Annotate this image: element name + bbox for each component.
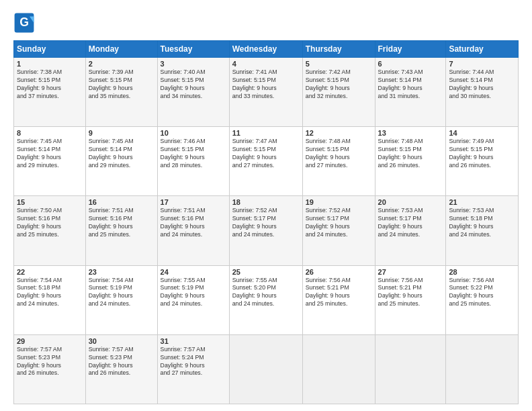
- col-thursday: Thursday: [302, 41, 375, 58]
- day-number: 27: [378, 268, 443, 276]
- table-row: 20Sunrise: 7:53 AMSunset: 5:17 PMDayligh…: [375, 196, 446, 265]
- day-number: 28: [449, 268, 515, 276]
- table-row: 5Sunrise: 7:42 AMSunset: 5:15 PMDaylight…: [302, 58, 375, 127]
- day-number: 7: [449, 60, 515, 68]
- table-row: [446, 334, 519, 404]
- table-row: 17Sunrise: 7:51 AMSunset: 5:16 PMDayligh…: [157, 196, 229, 265]
- day-info: Sunrise: 7:45 AMSunset: 5:14 PMDaylight:…: [89, 138, 154, 170]
- table-row: 13Sunrise: 7:48 AMSunset: 5:15 PMDayligh…: [375, 127, 446, 196]
- day-number: 30: [89, 337, 154, 345]
- calendar-week-row: 8Sunrise: 7:45 AMSunset: 5:14 PMDaylight…: [14, 127, 519, 196]
- day-info: Sunrise: 7:48 AMSunset: 5:15 PMDaylight:…: [378, 138, 443, 170]
- day-info: Sunrise: 7:52 AMSunset: 5:17 PMDaylight:…: [306, 207, 372, 239]
- day-number: 14: [449, 129, 515, 137]
- table-row: 29Sunrise: 7:57 AMSunset: 5:23 PMDayligh…: [14, 334, 86, 404]
- table-row: [375, 334, 446, 404]
- table-row: 22Sunrise: 7:54 AMSunset: 5:18 PMDayligh…: [14, 265, 86, 334]
- logo-icon: G: [13, 12, 35, 34]
- table-row: 27Sunrise: 7:56 AMSunset: 5:21 PMDayligh…: [375, 265, 446, 334]
- day-info: Sunrise: 7:54 AMSunset: 5:19 PMDaylight:…: [89, 277, 154, 309]
- col-tuesday: Tuesday: [157, 41, 229, 58]
- table-row: [229, 334, 302, 404]
- table-row: 23Sunrise: 7:54 AMSunset: 5:19 PMDayligh…: [85, 265, 157, 334]
- day-info: Sunrise: 7:46 AMSunset: 5:15 PMDaylight:…: [161, 138, 226, 170]
- day-number: 15: [17, 198, 83, 206]
- table-row: 31Sunrise: 7:57 AMSunset: 5:24 PMDayligh…: [157, 334, 229, 404]
- day-number: 17: [161, 198, 226, 206]
- table-row: 21Sunrise: 7:53 AMSunset: 5:18 PMDayligh…: [446, 196, 519, 265]
- day-info: Sunrise: 7:43 AMSunset: 5:14 PMDaylight:…: [378, 68, 443, 101]
- table-row: 24Sunrise: 7:55 AMSunset: 5:19 PMDayligh…: [157, 265, 229, 334]
- table-row: 30Sunrise: 7:57 AMSunset: 5:23 PMDayligh…: [85, 334, 157, 404]
- day-number: 2: [89, 60, 154, 68]
- day-info: Sunrise: 7:42 AMSunset: 5:15 PMDaylight:…: [306, 68, 372, 101]
- table-row: 25Sunrise: 7:55 AMSunset: 5:20 PMDayligh…: [229, 265, 302, 334]
- table-row: 28Sunrise: 7:56 AMSunset: 5:22 PMDayligh…: [446, 265, 519, 334]
- table-row: 8Sunrise: 7:45 AMSunset: 5:14 PMDaylight…: [14, 127, 86, 196]
- day-number: 18: [232, 198, 300, 206]
- table-row: 1Sunrise: 7:38 AMSunset: 5:15 PMDaylight…: [14, 58, 86, 127]
- day-info: Sunrise: 7:52 AMSunset: 5:17 PMDaylight:…: [232, 207, 300, 239]
- day-info: Sunrise: 7:41 AMSunset: 5:15 PMDaylight:…: [232, 68, 300, 101]
- day-info: Sunrise: 7:51 AMSunset: 5:16 PMDaylight:…: [161, 207, 226, 239]
- day-number: 3: [161, 60, 226, 68]
- day-number: 13: [378, 129, 443, 137]
- calendar-week-row: 22Sunrise: 7:54 AMSunset: 5:18 PMDayligh…: [14, 265, 519, 334]
- day-number: 11: [232, 129, 300, 137]
- col-saturday: Saturday: [446, 41, 519, 58]
- table-row: 12Sunrise: 7:48 AMSunset: 5:15 PMDayligh…: [302, 127, 375, 196]
- calendar-week-row: 15Sunrise: 7:50 AMSunset: 5:16 PMDayligh…: [14, 196, 519, 265]
- day-number: 29: [17, 337, 83, 345]
- day-info: Sunrise: 7:56 AMSunset: 5:21 PMDaylight:…: [378, 277, 443, 309]
- table-row: 4Sunrise: 7:41 AMSunset: 5:15 PMDaylight…: [229, 58, 302, 127]
- day-info: Sunrise: 7:38 AMSunset: 5:15 PMDaylight:…: [17, 68, 83, 101]
- day-info: Sunrise: 7:55 AMSunset: 5:19 PMDaylight:…: [161, 277, 226, 309]
- day-info: Sunrise: 7:50 AMSunset: 5:16 PMDaylight:…: [17, 207, 83, 239]
- calendar-header-row: Sunday Monday Tuesday Wednesday Thursday…: [14, 41, 519, 58]
- day-number: 22: [17, 268, 83, 276]
- day-number: 4: [232, 60, 300, 68]
- day-number: 31: [161, 337, 226, 345]
- col-wednesday: Wednesday: [229, 41, 302, 58]
- page: G Sunday Monday Tuesday Wednesday Thursd…: [0, 0, 532, 411]
- svg-text:G: G: [19, 15, 29, 29]
- day-number: 5: [306, 60, 372, 68]
- col-monday: Monday: [85, 41, 157, 58]
- day-info: Sunrise: 7:45 AMSunset: 5:14 PMDaylight:…: [17, 138, 83, 170]
- calendar: Sunday Monday Tuesday Wednesday Thursday…: [13, 40, 519, 404]
- table-row: 9Sunrise: 7:45 AMSunset: 5:14 PMDaylight…: [85, 127, 157, 196]
- calendar-week-row: 1Sunrise: 7:38 AMSunset: 5:15 PMDaylight…: [14, 58, 519, 127]
- day-info: Sunrise: 7:54 AMSunset: 5:18 PMDaylight:…: [17, 277, 83, 309]
- day-number: 8: [17, 129, 83, 137]
- day-number: 9: [89, 129, 154, 137]
- day-info: Sunrise: 7:49 AMSunset: 5:15 PMDaylight:…: [449, 138, 515, 170]
- day-info: Sunrise: 7:51 AMSunset: 5:16 PMDaylight:…: [89, 207, 154, 239]
- day-info: Sunrise: 7:47 AMSunset: 5:15 PMDaylight:…: [232, 138, 300, 170]
- day-number: 20: [378, 198, 443, 206]
- table-row: 10Sunrise: 7:46 AMSunset: 5:15 PMDayligh…: [157, 127, 229, 196]
- header: G: [13, 12, 519, 34]
- day-number: 16: [89, 198, 154, 206]
- day-info: Sunrise: 7:53 AMSunset: 5:17 PMDaylight:…: [378, 207, 443, 239]
- day-info: Sunrise: 7:53 AMSunset: 5:18 PMDaylight:…: [449, 207, 515, 239]
- table-row: [302, 334, 375, 404]
- day-number: 25: [232, 268, 300, 276]
- table-row: 18Sunrise: 7:52 AMSunset: 5:17 PMDayligh…: [229, 196, 302, 265]
- table-row: 16Sunrise: 7:51 AMSunset: 5:16 PMDayligh…: [85, 196, 157, 265]
- logo: G: [13, 12, 38, 34]
- day-info: Sunrise: 7:55 AMSunset: 5:20 PMDaylight:…: [232, 277, 300, 309]
- col-friday: Friday: [375, 41, 446, 58]
- day-info: Sunrise: 7:57 AMSunset: 5:23 PMDaylight:…: [17, 346, 83, 378]
- day-number: 10: [161, 129, 226, 137]
- table-row: 6Sunrise: 7:43 AMSunset: 5:14 PMDaylight…: [375, 58, 446, 127]
- table-row: 26Sunrise: 7:56 AMSunset: 5:21 PMDayligh…: [302, 265, 375, 334]
- day-number: 6: [378, 60, 443, 68]
- day-number: 23: [89, 268, 154, 276]
- day-info: Sunrise: 7:48 AMSunset: 5:15 PMDaylight:…: [306, 138, 372, 170]
- table-row: 2Sunrise: 7:39 AMSunset: 5:15 PMDaylight…: [85, 58, 157, 127]
- day-info: Sunrise: 7:56 AMSunset: 5:22 PMDaylight:…: [449, 277, 515, 309]
- table-row: 14Sunrise: 7:49 AMSunset: 5:15 PMDayligh…: [446, 127, 519, 196]
- day-number: 26: [306, 268, 372, 276]
- day-number: 19: [306, 198, 372, 206]
- table-row: 15Sunrise: 7:50 AMSunset: 5:16 PMDayligh…: [14, 196, 86, 265]
